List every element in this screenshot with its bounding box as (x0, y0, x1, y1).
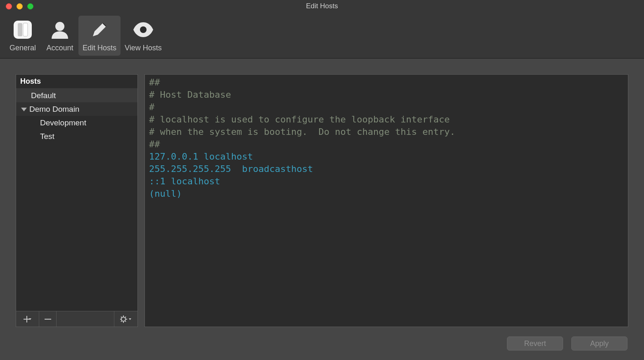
pencil-icon (88, 18, 111, 41)
disclosure-triangle-icon (21, 108, 27, 111)
tree-item-label: Development (40, 118, 86, 127)
apply-button[interactable]: Apply (571, 336, 627, 351)
editor-pane: ## # Host Database # # localhost is used… (144, 74, 628, 327)
footer: Revert Apply (0, 327, 644, 360)
tree-item-label: Demo Domain (29, 105, 79, 114)
tab-label: View Hosts (125, 44, 162, 52)
tab-general[interactable]: General (4, 16, 41, 56)
svg-rect-0 (14, 21, 32, 39)
minimize-window-button[interactable] (17, 3, 23, 9)
tab-view-hosts[interactable]: View Hosts (121, 16, 166, 56)
tab-label: General (9, 44, 36, 52)
toolbar: General Account Edit Hosts View Hosts (0, 12, 644, 59)
svg-rect-1 (18, 23, 22, 36)
svg-rect-2 (23, 23, 28, 36)
remove-button[interactable] (39, 311, 57, 327)
tree-group-demo-domain[interactable]: Demo Domain (16, 102, 137, 116)
plus-icon (22, 315, 33, 323)
hosts-tree: Default Demo Domain Development Test (16, 89, 137, 311)
tab-label: Edit Hosts (83, 44, 116, 52)
tree-item-label: Default (31, 91, 56, 100)
window-title: Edit Hosts (0, 2, 644, 10)
chevron-down-icon (129, 318, 131, 320)
svg-point-3 (55, 22, 64, 31)
hosts-editor[interactable]: ## # Host Database # # localhost is used… (149, 76, 624, 325)
sidebar-footer (16, 311, 137, 327)
close-window-button[interactable] (6, 3, 12, 9)
tab-label: Account (46, 44, 73, 52)
traffic-lights (6, 3, 33, 9)
zoom-window-button[interactable] (27, 3, 33, 9)
svg-point-4 (140, 26, 147, 33)
tree-item-label: Test (40, 132, 54, 141)
actions-menu-button[interactable] (114, 311, 137, 327)
tab-edit-hosts[interactable]: Edit Hosts (78, 16, 121, 56)
tab-account[interactable]: Account (41, 16, 78, 56)
add-button[interactable] (16, 311, 39, 327)
hosts-sidebar: Hosts Default Demo Domain Development Te… (16, 74, 138, 327)
gear-icon (120, 315, 132, 323)
footer-spacer (57, 311, 114, 327)
switch-icon (11, 18, 34, 41)
eye-icon (132, 18, 155, 41)
titlebar: Edit Hosts (0, 0, 644, 12)
minus-icon (44, 315, 52, 323)
tree-item-default[interactable]: Default (16, 89, 137, 102)
svg-point-5 (121, 317, 125, 321)
revert-button[interactable]: Revert (507, 336, 563, 351)
body-area: Hosts Default Demo Domain Development Te… (0, 59, 644, 327)
tree-item-development[interactable]: Development (16, 116, 137, 129)
tree-item-test[interactable]: Test (16, 129, 137, 143)
sidebar-header: Hosts (16, 75, 137, 89)
person-icon (48, 18, 71, 41)
